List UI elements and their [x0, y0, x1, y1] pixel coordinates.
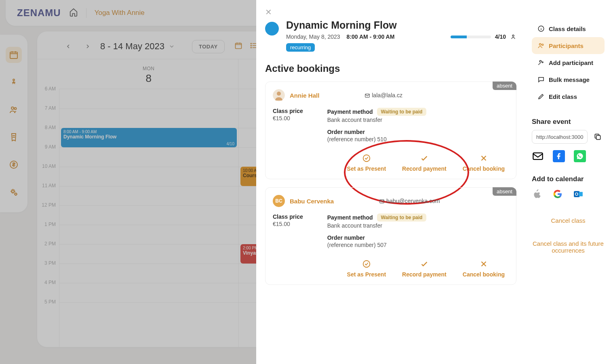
recurring-badge: recurring	[286, 43, 315, 52]
order-label: Order number	[327, 129, 427, 135]
svg-text:O: O	[575, 192, 578, 197]
check-circle-icon	[362, 154, 371, 163]
capacity-indicator: 4/10	[451, 33, 516, 40]
action-label: Cancel booking	[463, 271, 505, 278]
nav-label: Participants	[549, 42, 584, 49]
set-present-button[interactable]: Set as Present	[347, 259, 386, 278]
method-value: Bank account transfer	[327, 117, 427, 123]
x-icon	[479, 154, 488, 163]
google-icon	[553, 189, 563, 199]
class-title: Dynamic Morning Flow	[286, 19, 516, 31]
absent-badge: absent	[493, 187, 516, 196]
record-payment-button[interactable]: Record payment	[402, 154, 447, 172]
share-event-title: Share event	[532, 118, 605, 126]
action-label: Set as Present	[347, 271, 386, 278]
svg-rect-21	[596, 136, 600, 140]
participant-email: babu@cervenka.com	[379, 198, 440, 204]
absent-badge: absent	[493, 82, 516, 90]
cancel-class-link[interactable]: Cancel class	[532, 217, 605, 224]
svg-point-14	[363, 155, 370, 162]
share-email-button[interactable]	[532, 150, 544, 162]
action-label: Set as Present	[347, 165, 386, 172]
check-icon	[420, 154, 429, 163]
copy-icon	[594, 133, 602, 141]
share-whatsapp-button[interactable]	[574, 150, 586, 162]
participant-name[interactable]: Babu Cervenka	[290, 198, 334, 205]
add-apple-calendar[interactable]	[532, 189, 542, 201]
action-label: Cancel booking	[463, 165, 505, 172]
booking-card: absent BC Babu Cervenka babu@cervenka.co…	[265, 187, 516, 285]
mail-icon	[364, 93, 370, 98]
svg-rect-24	[579, 192, 583, 197]
action-label: Record payment	[402, 271, 447, 278]
action-label: Record payment	[402, 165, 447, 172]
cancel-booking-button[interactable]: Cancel booking	[463, 259, 505, 278]
order-ref: (reference number) 510	[327, 136, 427, 142]
nav-label: Edit class	[549, 93, 577, 100]
method-value: Bank account transfer	[327, 222, 427, 229]
class-time: 8:00 AM - 9:00 AM	[347, 33, 395, 40]
price-label: Class price	[273, 108, 303, 114]
panel-sidebar: Class details Participants Add participa…	[525, 0, 611, 364]
whatsapp-icon	[576, 153, 584, 160]
avatar	[273, 89, 285, 101]
set-present-button[interactable]: Set as Present	[347, 154, 386, 172]
svg-point-12	[512, 35, 514, 36]
add-outlook-calendar[interactable]: O	[573, 189, 584, 201]
share-url-input[interactable]	[532, 130, 588, 144]
check-circle-icon	[362, 259, 371, 268]
avatar: BC	[273, 195, 285, 207]
close-icon[interactable]: ✕	[265, 8, 272, 17]
class-detail-panel: ✕ Dynamic Morning Flow Monday, May 8, 20…	[256, 0, 611, 364]
method-label: Payment method	[327, 109, 373, 115]
nav-add-participant[interactable]: Add participant	[532, 54, 605, 71]
svg-point-16	[363, 261, 370, 268]
capacity-text: 4/10	[495, 33, 506, 40]
nav-label: Add participant	[549, 59, 593, 66]
nav-class-details[interactable]: Class details	[532, 20, 605, 37]
svg-rect-22	[533, 153, 542, 159]
participant-name[interactable]: Annie Hall	[290, 92, 319, 99]
cancel-booking-button[interactable]: Cancel booking	[463, 154, 505, 172]
order-label: Order number	[327, 234, 427, 241]
svg-point-18	[539, 44, 541, 46]
outlook-icon: O	[573, 189, 584, 199]
method-label: Payment method	[327, 214, 373, 221]
pencil-icon	[537, 93, 545, 100]
add-google-calendar[interactable]	[553, 189, 563, 201]
add-to-calendar-title: Add to calendar	[532, 175, 605, 183]
nav-participants[interactable]: Participants	[532, 37, 605, 54]
booking-card: absent Annie Hall lala@lala.cz Class pri…	[265, 82, 516, 179]
person-icon	[510, 33, 516, 40]
record-payment-button[interactable]: Record payment	[402, 259, 447, 278]
participant-email: lala@lala.cz	[364, 92, 402, 98]
copy-button[interactable]	[591, 130, 605, 144]
price-value: €15.00	[273, 221, 303, 227]
class-color-dot	[265, 22, 279, 36]
active-bookings-title: Active bookings	[265, 63, 516, 74]
mail-icon	[379, 199, 385, 204]
payment-status: Waiting to be paid	[377, 108, 427, 116]
check-icon	[420, 259, 429, 268]
payment-status: Waiting to be paid	[377, 213, 427, 222]
svg-point-19	[542, 44, 544, 46]
svg-point-20	[539, 61, 541, 63]
apple-icon	[532, 189, 542, 199]
class-date: Monday, May 8, 2023	[286, 33, 340, 40]
people-icon	[537, 42, 545, 49]
person-plus-icon	[537, 59, 545, 66]
info-icon	[537, 25, 545, 32]
nav-label: Class details	[549, 25, 586, 32]
order-ref: (reference number) 507	[327, 242, 427, 248]
nav-edit-class[interactable]: Edit class	[532, 88, 605, 105]
share-facebook-button[interactable]	[553, 150, 565, 162]
cancel-future-link[interactable]: Cancel class and its future occurrences	[532, 240, 605, 254]
message-icon	[537, 76, 545, 83]
nav-label: Bulk message	[549, 76, 590, 83]
price-value: €15.00	[273, 115, 303, 121]
facebook-icon	[555, 153, 563, 160]
price-label: Class price	[273, 213, 303, 220]
mail-icon	[532, 151, 544, 162]
x-icon	[479, 259, 488, 268]
nav-bulk-message[interactable]: Bulk message	[532, 71, 605, 88]
